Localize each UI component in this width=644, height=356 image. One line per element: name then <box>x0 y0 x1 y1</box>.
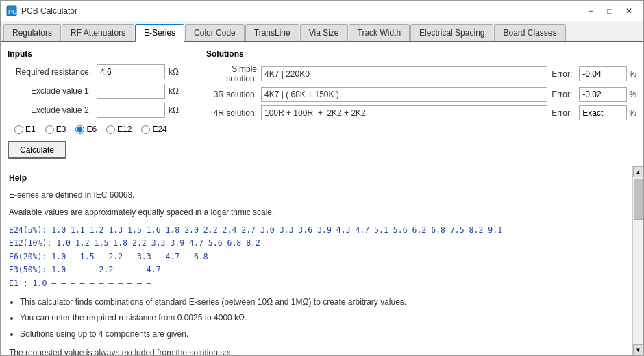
app-icon: PCB <box>6 5 17 16</box>
tab-bar: Regulators RF Attenuators E-Series Color… <box>1 21 643 42</box>
minimize-button[interactable]: − <box>582 3 599 18</box>
radio-e6[interactable]: E6 <box>75 125 97 134</box>
r4-solution-row: 4R solution: Error: % <box>206 105 636 120</box>
radio-e1-input[interactable] <box>14 125 23 134</box>
simple-error-label: Error: <box>552 69 579 79</box>
r3-solution-input <box>261 87 547 102</box>
simple-solution-label: Simple solution: <box>206 64 261 84</box>
series-e12: E12(10%): 1.0 1.2 1.5 1.8 2.2 3.3 3.9 4.… <box>9 237 624 251</box>
exclude-value2-input[interactable] <box>97 103 165 118</box>
simple-solution-input <box>261 66 547 81</box>
bullet1: This calculator finds combinations of st… <box>20 296 624 309</box>
solutions-panel: Solutions Simple solution: Error: % 3R s… <box>206 49 636 159</box>
required-resistance-unit: kΩ <box>169 67 179 77</box>
svg-text:PCB: PCB <box>8 8 17 15</box>
help-title: Help <box>9 172 624 185</box>
app-window: PCB PCB Calculator − □ ✕ Regulators RF A… <box>0 0 644 356</box>
radio-e24-input[interactable] <box>141 125 150 134</box>
r4-error-label: Error: <box>552 108 579 118</box>
series-table: E24(5%): 1.0 1.1 1.2 1.3 1.5 1.6 1.8 2.0… <box>9 224 624 291</box>
r4-solution-label: 4R solution: <box>206 108 261 118</box>
help-intro2: Available values are approximately equal… <box>9 206 624 219</box>
help-content[interactable]: Help E-series are defined in IEC 60063. … <box>1 166 632 355</box>
tab-transline[interactable]: TransLine <box>245 24 299 41</box>
required-resistance-row: Required resistance: kΩ <box>8 64 193 79</box>
inputs-label: Inputs <box>8 49 193 59</box>
tab-via-size[interactable]: Via Size <box>300 24 348 41</box>
titlebar: PCB PCB Calculator − □ ✕ <box>1 1 643 21</box>
help-intro1: E-series are defined in IEC 60063. <box>9 189 624 202</box>
bullet2: You can enter the required resistance fr… <box>20 312 624 325</box>
tab-track-width[interactable]: Track Width <box>349 24 410 41</box>
inputs-panel: Inputs Required resistance: kΩ Exclude v… <box>8 49 193 159</box>
radio-e12[interactable]: E12 <box>106 125 132 134</box>
tab-electrical-spacing[interactable]: Electrical Spacing <box>410 24 493 41</box>
r3-error-unit: % <box>629 90 636 99</box>
radio-e12-input[interactable] <box>106 125 115 134</box>
radio-e24[interactable]: E24 <box>141 125 166 134</box>
r4-error-input <box>579 105 627 120</box>
series-e1: E1 : 1.0 – – – – – – – – – – – <box>9 277 624 291</box>
exclude-value2-label: Exclude value 2: <box>8 105 97 115</box>
tab-color-code[interactable]: Color Code <box>185 24 245 41</box>
r4-solution-input <box>261 105 547 120</box>
help-bullets: This calculator finds combinations of st… <box>20 296 624 341</box>
radio-e1[interactable]: E1 <box>14 125 36 134</box>
radio-e3[interactable]: E3 <box>45 125 66 134</box>
exclude-value1-row: Exclude value 1: kΩ <box>8 84 193 99</box>
scroll-down-arrow[interactable]: ▼ <box>633 344 644 355</box>
radio-e6-input[interactable] <box>75 125 84 134</box>
close-button[interactable]: ✕ <box>620 3 638 18</box>
r3-solution-row: 3R solution: Error: % <box>206 87 636 102</box>
calculate-button[interactable]: Calculate <box>8 141 66 159</box>
series-e6: E6(20%): 1.0 – 1.5 – 2.2 – 3.3 – 4.7 – 6… <box>9 251 624 264</box>
required-resistance-label: Required resistance: <box>8 67 97 77</box>
help-section: Help E-series are defined in IEC 60063. … <box>1 166 643 355</box>
series-radio-group: E1 E3 E6 E12 <box>8 125 193 134</box>
window-controls: − □ ✕ <box>582 3 638 18</box>
titlebar-left: PCB PCB Calculator <box>6 5 77 16</box>
radio-e3-label: E3 <box>56 125 66 134</box>
radio-e1-label: E1 <box>25 125 36 134</box>
exclude-value2-unit: kΩ <box>169 105 179 115</box>
bullet3: Solutions using up to 4 components are g… <box>20 328 624 341</box>
exclude-value1-input[interactable] <box>97 84 165 99</box>
tab-rf-attenuators[interactable]: RF Attenuators <box>62 24 134 41</box>
exclude-value1-label: Exclude value 1: <box>8 86 97 96</box>
tab-board-classes[interactable]: Board Classes <box>494 24 565 41</box>
radio-e6-label: E6 <box>86 125 97 134</box>
scroll-up-arrow[interactable]: ▲ <box>633 166 644 177</box>
radio-e3-input[interactable] <box>45 125 54 134</box>
series-e3: E3(50%): 1.0 – – – 2.2 – – – 4.7 – – – <box>9 264 624 277</box>
scrollbar[interactable]: ▲ ▼ <box>632 166 643 355</box>
help-footer: The requested value is always excluded f… <box>9 346 624 355</box>
series-e24: E24(5%): 1.0 1.1 1.2 1.3 1.5 1.6 1.8 2.0… <box>9 224 624 238</box>
simple-error-input <box>579 66 627 81</box>
main-area: Inputs Required resistance: kΩ Exclude v… <box>1 42 643 166</box>
exclude-value2-row: Exclude value 2: kΩ <box>8 103 193 118</box>
simple-error-unit: % <box>629 69 636 79</box>
scroll-thumb[interactable] <box>634 179 643 220</box>
r3-solution-label: 3R solution: <box>206 90 261 99</box>
maximize-button[interactable]: □ <box>601 3 619 18</box>
app-title: PCB Calculator <box>21 6 77 16</box>
r4-error-unit: % <box>629 108 636 118</box>
solutions-label: Solutions <box>206 49 636 59</box>
simple-solution-row: Simple solution: Error: % <box>206 64 636 84</box>
required-resistance-input[interactable] <box>97 64 165 79</box>
tab-e-series[interactable]: E-Series <box>135 24 184 42</box>
main-content: Inputs Required resistance: kΩ Exclude v… <box>1 42 643 355</box>
r3-error-label: Error: <box>552 90 579 99</box>
radio-e12-label: E12 <box>117 125 132 134</box>
exclude-value1-unit: kΩ <box>169 86 179 96</box>
tab-regulators[interactable]: Regulators <box>3 24 61 41</box>
r3-error-input <box>579 87 627 102</box>
radio-e24-label: E24 <box>152 125 166 134</box>
